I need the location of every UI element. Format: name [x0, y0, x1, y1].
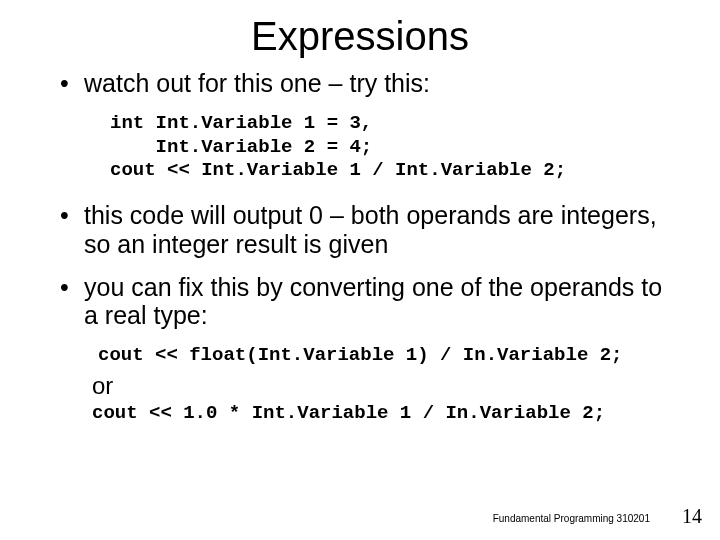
- bullet-list: this code will output 0 – both operands …: [0, 201, 720, 330]
- or-label: or: [92, 372, 113, 400]
- bullet-item: this code will output 0 – both operands …: [60, 201, 680, 259]
- code-block-1: int Int.Variable 1 = 3, Int.Variable 2 =…: [110, 112, 720, 183]
- page-number: 14: [682, 505, 702, 528]
- bullet-item: you can fix this by converting one of th…: [60, 273, 680, 331]
- bullet-list: watch out for this one – try this:: [0, 69, 720, 98]
- bullet-item: watch out for this one – try this:: [60, 69, 680, 98]
- or-code-block: cout << float(Int.Variable 1) / In.Varia…: [92, 344, 720, 368]
- code-line-b: cout << 1.0 * Int.Variable 1 / In.Variab…: [92, 402, 720, 426]
- footer-text: Fundamental Programming 310201: [493, 513, 650, 524]
- code-line-a: cout << float(Int.Variable 1) / In.Varia…: [98, 344, 623, 368]
- or-code-block: or cout << 1.0 * Int.Variable 1 / In.Var…: [92, 372, 720, 426]
- slide-title: Expressions: [0, 14, 720, 59]
